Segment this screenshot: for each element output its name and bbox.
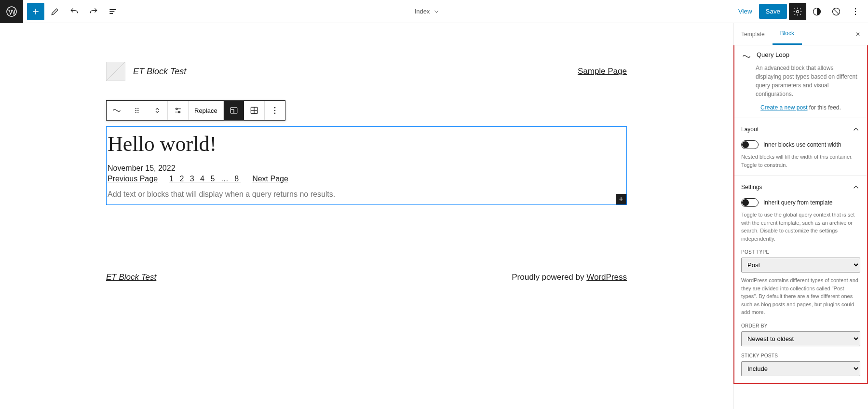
query-loop-block[interactable]: Hello world! November 15, 2022 Previous … <box>106 126 627 205</box>
document-title-text: Index <box>415 8 430 15</box>
svg-point-12 <box>137 112 138 113</box>
post-type-select[interactable]: Post <box>741 258 860 273</box>
svg-point-4 <box>855 8 856 9</box>
post-date[interactable]: November 15, 2022 <box>107 164 626 173</box>
pagination: Previous Page 1 2 3 4 5 … 8 Next Page <box>107 173 626 185</box>
add-block-inline-button[interactable]: + <box>616 194 626 204</box>
svg-point-14 <box>178 111 180 113</box>
no-results-placeholder[interactable]: Add text or blocks that will display whe… <box>107 185 626 200</box>
post-type-help: WordPress contains different types of co… <box>741 276 860 316</box>
styles-button[interactable] <box>808 3 826 20</box>
drag-handle[interactable] <box>127 101 147 120</box>
tab-template[interactable]: Template <box>733 24 773 44</box>
toggle-content-width[interactable] <box>741 140 759 149</box>
block-type-icon[interactable] <box>107 101 127 120</box>
svg-point-1 <box>797 10 799 13</box>
list-layout-button[interactable] <box>224 101 244 120</box>
svg-point-11 <box>136 112 136 113</box>
edit-mode-button[interactable] <box>46 3 64 20</box>
chevron-up-icon <box>852 125 860 134</box>
block-toolbar: Replace <box>106 100 285 121</box>
panel-layout-header[interactable]: Layout <box>734 118 867 140</box>
block-name-label: Query Loop <box>757 51 789 62</box>
panel-settings-header[interactable]: Settings <box>734 176 867 198</box>
redo-button[interactable] <box>85 3 102 20</box>
sidebar-close-button[interactable]: ✕ <box>848 31 868 38</box>
site-header: ET Block Test Sample Page <box>106 42 627 100</box>
block-more-options[interactable] <box>265 101 285 120</box>
svg-point-13 <box>176 108 177 109</box>
svg-point-17 <box>274 107 275 109</box>
grid-layout-button[interactable] <box>244 101 264 120</box>
chevron-down-icon <box>433 8 440 15</box>
sticky-posts-label: STICKY POSTS <box>741 353 860 358</box>
block-description: An advanced block that allows displaying… <box>734 62 867 104</box>
settings-toggle-button[interactable] <box>789 3 806 20</box>
settings-sidebar: Template Block ✕ Query Loop An advanced … <box>733 23 868 409</box>
site-footer: ET Block Test Proudly powered by WordPre… <box>106 205 627 301</box>
chevron-up-icon <box>852 183 860 191</box>
document-title[interactable]: Index <box>122 8 733 15</box>
save-button[interactable]: Save <box>759 4 787 19</box>
order-by-select[interactable]: Newest to oldest <box>741 331 860 346</box>
svg-point-8 <box>137 108 138 109</box>
svg-point-19 <box>274 113 275 114</box>
block-inserter-button[interactable] <box>27 3 44 20</box>
svg-point-18 <box>274 110 275 111</box>
nav-link-sample-page[interactable]: Sample Page <box>578 67 627 76</box>
replace-button[interactable]: Replace <box>189 101 223 120</box>
pagination-next[interactable]: Next Page <box>252 175 288 183</box>
post-type-label: POST TYPE <box>741 249 860 255</box>
svg-point-10 <box>137 110 138 111</box>
footer-credit: Proudly powered by WordPress <box>512 273 627 282</box>
footer-site-title[interactable]: ET Block Test <box>106 273 156 282</box>
display-settings-button[interactable] <box>168 101 188 120</box>
toggle-content-width-label: Inner blocks use content width <box>763 141 841 148</box>
inherit-help-text: Toggle to use the global query context t… <box>741 211 860 243</box>
toggle-inherit-query[interactable] <box>741 198 759 207</box>
pagination-numbers[interactable]: 1 2 3 4 5 … 8 <box>169 175 241 183</box>
site-title[interactable]: ET Block Test <box>133 67 186 77</box>
toggle-inherit-query-label: Inherit query from template <box>763 199 832 206</box>
post-title[interactable]: Hello world! <box>107 132 626 156</box>
footer-wp-link[interactable]: WordPress <box>586 273 627 282</box>
svg-point-7 <box>136 108 136 109</box>
move-up-down[interactable] <box>147 101 167 120</box>
order-by-label: ORDER BY <box>741 323 860 328</box>
tab-block[interactable]: Block <box>773 23 802 45</box>
pagination-prev[interactable]: Previous Page <box>108 175 158 183</box>
sticky-posts-select[interactable]: Include <box>741 361 860 376</box>
wp-logo[interactable] <box>0 0 23 23</box>
view-button[interactable]: View <box>733 5 757 18</box>
create-post-row: Create a new post for this feed. <box>734 104 867 118</box>
svg-point-9 <box>136 110 136 111</box>
list-view-button[interactable] <box>104 3 122 20</box>
more-options-button[interactable] <box>847 3 864 20</box>
create-new-post-link[interactable]: Create a new post <box>760 104 807 111</box>
svg-point-5 <box>855 11 856 12</box>
undo-button[interactable] <box>66 3 83 20</box>
help-button[interactable] <box>827 3 845 20</box>
layout-help-text: Nested blocks will fill the width of thi… <box>741 153 860 169</box>
site-logo-placeholder[interactable] <box>106 62 125 81</box>
editor-canvas[interactable]: ET Block Test Sample Page Replace <box>0 23 733 409</box>
editor-topbar: Index View Save <box>0 0 868 23</box>
query-loop-icon <box>741 51 752 62</box>
svg-point-6 <box>855 14 856 15</box>
